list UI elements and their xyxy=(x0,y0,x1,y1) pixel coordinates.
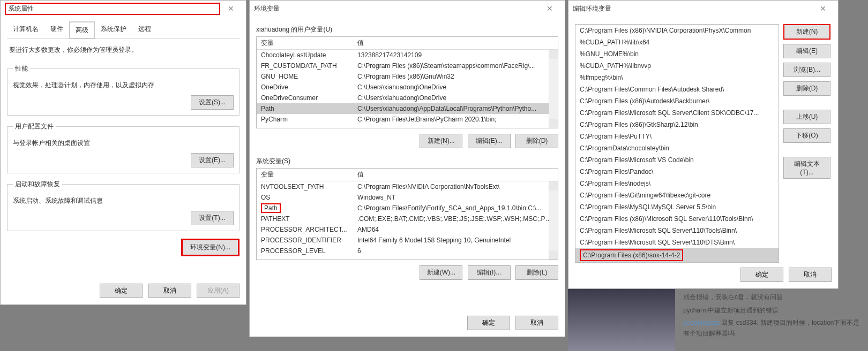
titlebar: 编辑环境变量 ✕ xyxy=(568,1,838,17)
var-name: PROCESSOR_ARCHITECT... xyxy=(257,226,353,233)
tab-计算机名[interactable]: 计算机名 xyxy=(7,21,44,39)
comment-author[interactable]: guoqiangszu xyxy=(683,319,720,326)
table-row[interactable]: NVTOOLSEXT_PATHC:\Program Files\NVIDIA C… xyxy=(257,181,558,192)
var-value: C:\Users\xiahuadong\AppData\Local\Progra… xyxy=(353,105,558,112)
admin-hint: 要进行大多数更改，你必须作为管理员登录。 xyxy=(9,45,237,55)
browse-button[interactable]: 浏览(B)... xyxy=(783,63,830,77)
list-item[interactable]: C:\Program Files\Common Files\Autodesk S… xyxy=(575,83,779,95)
table-row[interactable]: PyCharmC:\Program Files\JetBrains\PyChar… xyxy=(257,114,558,125)
list-item[interactable]: C:\Program Files\MySQL\MySQL Server 5.5\… xyxy=(575,201,779,213)
var-name: GNU_HOME xyxy=(257,73,353,80)
var-value: C:\Users\xiahuadong\OneDrive xyxy=(353,83,558,91)
dialog-footer: 确定 取消 应用(A) xyxy=(1,279,246,304)
tab-远程[interactable]: 远程 xyxy=(132,21,157,39)
titlebar: 系统属性 ✕ xyxy=(1,1,246,17)
settings-button[interactable]: 设置(S)... xyxy=(191,95,234,110)
ok-button[interactable]: 确定 xyxy=(467,316,510,330)
var-name: PATHEXT xyxy=(257,215,353,223)
edit-text-button[interactable]: 编辑文本(T)... xyxy=(783,157,830,179)
list-item[interactable]: %ffmpeg%\bin\ xyxy=(575,72,779,83)
col-val: 值 xyxy=(353,39,558,48)
list-item[interactable]: %CUDA_PATH%\libnvvp xyxy=(575,60,779,72)
new-button[interactable]: 新建(N)... xyxy=(420,134,462,148)
list-item[interactable]: %GNU_HOME%\bin xyxy=(575,48,779,60)
tab-高级[interactable]: 高级 xyxy=(69,21,95,39)
scrollbar[interactable] xyxy=(549,50,558,128)
comment-text: 就会报错，安装在c盘，就没有问题 xyxy=(683,292,860,302)
var-value: Windows_NT xyxy=(353,194,558,201)
environment-variables-button[interactable]: 环境变量(N)... xyxy=(181,239,240,256)
dialog-footer: 确定 取消 xyxy=(250,311,565,337)
tab-系统保护[interactable]: 系统保护 xyxy=(95,21,132,39)
path-list[interactable]: C:\Program Files (x86)\NVIDIA Corporatio… xyxy=(575,24,779,263)
list-item[interactable]: C:\Program Files (x86)\Microsoft SQL Ser… xyxy=(575,213,779,225)
list-item[interactable]: C:\Program Files\Microsoft SQL Server\11… xyxy=(575,236,779,248)
var-name: PyCharm xyxy=(257,116,353,123)
list-item[interactable]: C:\Program Files\Git\mingw64\libexec\git… xyxy=(575,189,779,201)
edit-button[interactable]: 编辑(E) xyxy=(783,44,830,58)
var-value: .COM;.EXE;.BAT;.CMD;.VBS;.VBE;.JS;.JSE;.… xyxy=(353,215,558,223)
list-item[interactable]: C:\Program Files\Microsoft VS Code\bin xyxy=(575,154,779,166)
system-properties-dialog: 系统属性 ✕ 计算机名硬件高级系统保护远程 要进行大多数更改，你必须作为管理员登… xyxy=(0,0,246,305)
table-row[interactable]: PathC:\Users\xiahuadong\AppData\Local\Pr… xyxy=(257,103,558,114)
comment-reply: guoqiangszu 回复 csd334: 新建项目的时候，location下… xyxy=(683,318,860,338)
table-row[interactable]: OSWindows_NT xyxy=(257,192,558,203)
performance-section: 性能 视觉效果，处理器计划，内存使用，以及虚拟内存 设置(S)... xyxy=(7,64,240,116)
cancel-button[interactable]: 取消 xyxy=(148,284,191,298)
tab-硬件[interactable]: 硬件 xyxy=(44,21,69,39)
legend: 启动和故障恢复 xyxy=(13,180,62,189)
table-row[interactable]: PROCESSOR_IDENTIFIERIntel64 Family 6 Mod… xyxy=(257,235,558,246)
close-icon[interactable]: ✕ xyxy=(220,4,242,13)
settings-button[interactable]: 设置(T)... xyxy=(191,211,234,225)
sys-vars-table[interactable]: 变量 值 NVTOOLSEXT_PATHC:\Program Files\NVI… xyxy=(256,168,558,260)
table-row[interactable]: OneDriveC:\Users\xiahuadong\OneDrive xyxy=(257,82,558,93)
var-value: C:\Program Files (x86)\Steam\steamapps\c… xyxy=(353,62,558,70)
table-row[interactable]: PROCESSOR_ARCHITECT...AMD64 xyxy=(257,224,558,235)
table-row[interactable]: ChocolateyLastUpdate132388217423142109 xyxy=(257,50,558,60)
close-icon[interactable]: ✕ xyxy=(812,4,834,13)
list-item[interactable]: C:\Program Files\Microsoft SQL Server\Cl… xyxy=(575,107,779,119)
table-row[interactable]: OneDriveConsumerC:\Users\xiahuadong\OneD… xyxy=(257,93,558,103)
list-item[interactable]: C:\Program Files (x86)\sox-14-4-2 xyxy=(575,248,779,262)
delete-button[interactable]: 删除(L) xyxy=(515,265,558,280)
delete-button[interactable]: 删除(D) xyxy=(783,81,830,96)
list-item[interactable]: C:\Program Files\Pandoc\ xyxy=(575,166,779,178)
var-value: 6 xyxy=(353,247,558,255)
scrollbar[interactable] xyxy=(549,181,558,260)
table-row[interactable]: FR_CUSTOMDATA_PATHC:\Program Files (x86)… xyxy=(257,60,558,71)
settings-button[interactable]: 设置(E)... xyxy=(191,153,234,167)
ok-button[interactable]: 确定 xyxy=(740,268,783,282)
new-button[interactable]: 新建(W)... xyxy=(420,265,462,280)
list-item[interactable]: C:\Program Files\Microsoft SQL Server\11… xyxy=(575,225,779,236)
ok-button[interactable]: 确定 xyxy=(100,284,143,298)
list-item[interactable]: C:\ProgramData\chocolatey\bin xyxy=(575,142,779,154)
var-name: Path xyxy=(257,203,353,213)
list-item[interactable]: C:\Program Files (x86)\Autodesk\Backburn… xyxy=(575,95,779,107)
table-row[interactable]: PATHEXT.COM;.EXE;.BAT;.CMD;.VBS;.VBE;.JS… xyxy=(257,213,558,224)
close-icon[interactable]: ✕ xyxy=(539,4,560,13)
cancel-button[interactable]: 取消 xyxy=(789,268,832,282)
new-button[interactable]: 新建(N) xyxy=(783,24,830,40)
list-item[interactable]: C:\Program Files\PuTTY\ xyxy=(575,131,779,142)
apply-button[interactable]: 应用(A) xyxy=(197,284,240,298)
var-value: C:\Program Files\JetBrains\PyCharm 2020.… xyxy=(353,116,558,123)
list-item[interactable]: C:\Program Files\nodejs\ xyxy=(575,178,779,189)
list-item[interactable]: %CUDA_PATH%\lib\x64 xyxy=(575,36,779,48)
window-title: 系统属性 xyxy=(5,3,220,15)
comment-block: 就会报错，安装在c盘，就没有问题 pycharm中建立新项目遇到的错误 guoq… xyxy=(683,292,860,339)
window-title: 编辑环境变量 xyxy=(573,4,812,13)
user-vars-table[interactable]: 变量 值 ChocolateyLastUpdate132388217423142… xyxy=(256,36,558,128)
edit-button[interactable]: 编辑(I)... xyxy=(468,265,511,280)
delete-button[interactable]: 删除(D) xyxy=(515,134,558,148)
move-up-button[interactable]: 上移(U) xyxy=(783,110,830,124)
list-item[interactable]: C:\Program Files (x86)\NVIDIA Corporatio… xyxy=(575,25,779,36)
edit-button[interactable]: 编辑(E)... xyxy=(468,134,511,148)
table-row[interactable]: PROCESSOR_LEVEL6 xyxy=(257,246,558,256)
table-row[interactable]: GNU_HOMEC:\Program Files (x86)\GnuWin32 xyxy=(257,71,558,82)
move-down-button[interactable]: 下移(O) xyxy=(783,128,830,143)
table-row[interactable]: PathC:\Program Files\Fortify\Fortify_SCA… xyxy=(257,203,558,213)
side-buttons: 新建(N) 编辑(E) 浏览(B)... 删除(D) 上移(U) 下移(O) 编… xyxy=(783,24,832,263)
list-item[interactable]: C:\Program Files (x86)\GtkSharp\2.12\bin xyxy=(575,119,779,131)
var-name: PROCESSOR_LEVEL xyxy=(257,247,353,255)
cancel-button[interactable]: 取消 xyxy=(515,316,558,330)
